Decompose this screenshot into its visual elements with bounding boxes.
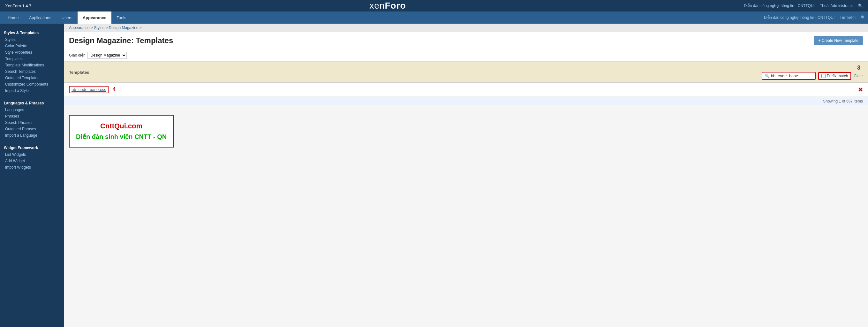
table-header-row: Templates 3 🔍 bb_code_base Prefix match bbox=[64, 62, 868, 83]
page-header: Design Magazine: Templates + Create New … bbox=[64, 32, 868, 49]
sidebar-item-phrases[interactable]: Phrases bbox=[0, 113, 64, 119]
logo-xen: xen bbox=[369, 1, 385, 10]
logo-foro: Foro bbox=[385, 1, 406, 10]
template-search-box: 🔍 bb_code_base bbox=[762, 72, 816, 80]
style-selector-row: Giao diện: Design Magazine bbox=[64, 49, 868, 62]
sidebar-section-title-languages: Languages & Phrases bbox=[0, 98, 64, 107]
sidebar-section-title-widgets: Widget Framework bbox=[0, 142, 64, 151]
prefix-match-label: Prefix match bbox=[818, 72, 851, 80]
create-new-template-button[interactable]: + Create New Template bbox=[814, 36, 863, 45]
sidebar-item-import-language[interactable]: Import a Language bbox=[0, 132, 64, 139]
delete-template-icon[interactable]: ✖ bbox=[858, 86, 863, 93]
top-bar: XenForo 1.4.7 xenForo Diễn đàn công nghệ… bbox=[0, 0, 868, 11]
breadcrumb-design-magazine[interactable]: Design Magazine bbox=[109, 26, 138, 30]
search-magnifier-icon: 🔍 bbox=[765, 74, 770, 78]
prefix-match-text: Prefix match bbox=[827, 74, 848, 78]
sidebar-item-color-palette[interactable]: Color Palette bbox=[0, 43, 64, 49]
watermark-line2: Diễn đàn sinh viên CNTT - QN bbox=[76, 133, 167, 141]
forum-name-link[interactable]: Diễn đàn công nghệ thông tin - CNTTQUI bbox=[744, 3, 815, 8]
sidebar-item-templates[interactable]: Templates bbox=[0, 56, 64, 62]
logout-link[interactable]: Thoát Administrator bbox=[820, 3, 853, 8]
sidebar-item-list-widgets[interactable]: List Widgets bbox=[0, 151, 64, 158]
sidebar-item-styles[interactable]: Styles bbox=[0, 36, 64, 43]
site-logo: xenForo bbox=[369, 1, 406, 11]
search-area-wrapper: 3 🔍 bb_code_base Prefix match Clear bbox=[762, 64, 863, 80]
sidebar-section-languages-phrases: Languages & Phrases Languages Phrases Se… bbox=[0, 98, 64, 139]
sidebar-item-template-modifications[interactable]: Template Modifications bbox=[0, 62, 64, 68]
nav-right: Diễn đàn công nghệ thông tin - CNTTQUI T… bbox=[764, 11, 865, 24]
main-content: Appearance > Styles > Design Magazine > … bbox=[64, 24, 868, 327]
sidebar-item-search-phrases[interactable]: Search Phrases bbox=[0, 119, 64, 126]
sidebar-item-languages[interactable]: Languages bbox=[0, 107, 64, 113]
template-link-bb-code-base[interactable]: bb_code_base.css bbox=[69, 86, 108, 93]
nav-forum-name[interactable]: Diễn đàn công nghệ thông tin - CNTTQUI bbox=[764, 15, 835, 20]
search-controls: 🔍 bb_code_base Prefix match Clear bbox=[762, 72, 863, 80]
sidebar-item-add-widget[interactable]: Add Widget bbox=[0, 158, 64, 164]
watermark-line1: CnttQui.com bbox=[76, 122, 167, 130]
page-title: Design Magazine: Templates bbox=[69, 36, 173, 45]
style-label: Giao diện: bbox=[69, 53, 87, 58]
main-layout: Styles & Templates Styles Color Palette … bbox=[0, 24, 868, 327]
sidebar-item-search-templates[interactable]: Search Templates bbox=[0, 68, 64, 75]
templates-column-header: Templates bbox=[69, 70, 89, 75]
app-version: XenForo 1.4.7 bbox=[5, 3, 31, 8]
annotation-3-label: 3 bbox=[857, 64, 860, 71]
nav-search-icon[interactable]: 🔍 bbox=[861, 15, 865, 20]
sidebar-item-import-widgets[interactable]: Import Widgets bbox=[0, 164, 64, 171]
templates-table: Templates 3 🔍 bb_code_base Prefix match bbox=[64, 62, 868, 106]
breadcrumb-appearance[interactable]: Appearance bbox=[69, 26, 90, 30]
sidebar: Styles & Templates Styles Color Palette … bbox=[0, 24, 64, 327]
breadcrumb: Appearance > Styles > Design Magazine > bbox=[64, 24, 868, 32]
sidebar-section-styles-templates: Styles & Templates Styles Color Palette … bbox=[0, 27, 64, 94]
sidebar-section-title-styles: Styles & Templates bbox=[0, 27, 64, 36]
search-icon[interactable]: 🔍 bbox=[858, 3, 863, 8]
sidebar-item-customized-components[interactable]: Customized Components bbox=[0, 81, 64, 88]
annotation-4-label: 4 bbox=[112, 86, 116, 93]
sidebar-section-widget-framework: Widget Framework List Widgets Add Widget… bbox=[0, 142, 64, 171]
nav-bar: Home Applications Users Appearance Tools… bbox=[0, 11, 868, 24]
sidebar-item-outdated-templates[interactable]: Outdated Templates bbox=[0, 75, 64, 81]
top-right-links: Diễn đàn công nghệ thông tin - CNTTQUI T… bbox=[744, 3, 863, 8]
prefix-match-checkbox[interactable] bbox=[822, 74, 826, 78]
nav-appearance[interactable]: Appearance bbox=[78, 11, 112, 24]
nav-tools[interactable]: Tools bbox=[112, 11, 131, 24]
sidebar-item-outdated-phrases[interactable]: Outdated Phrases bbox=[0, 126, 64, 132]
sidebar-item-import-style[interactable]: Import a Style bbox=[0, 88, 64, 94]
template-search-input[interactable]: bb_code_base bbox=[771, 73, 812, 78]
nav-applications[interactable]: Applications bbox=[24, 11, 57, 24]
table-row: bb_code_base.css 4 ✖ bbox=[64, 83, 868, 97]
watermark-box: CnttQui.com Diễn đàn sinh viên CNTT - QN bbox=[69, 115, 174, 148]
style-dropdown[interactable]: Design Magazine bbox=[88, 52, 127, 59]
showing-info: Showing 1 of 667 items bbox=[64, 97, 868, 106]
nav-users[interactable]: Users bbox=[57, 11, 78, 24]
nav-home[interactable]: Home bbox=[3, 11, 24, 24]
sidebar-item-style-properties[interactable]: Style Properties bbox=[0, 49, 64, 56]
nav-search[interactable]: Tìm kiếm bbox=[840, 15, 856, 20]
breadcrumb-styles[interactable]: Styles bbox=[94, 26, 104, 30]
clear-search-button[interactable]: Clear bbox=[854, 74, 863, 78]
